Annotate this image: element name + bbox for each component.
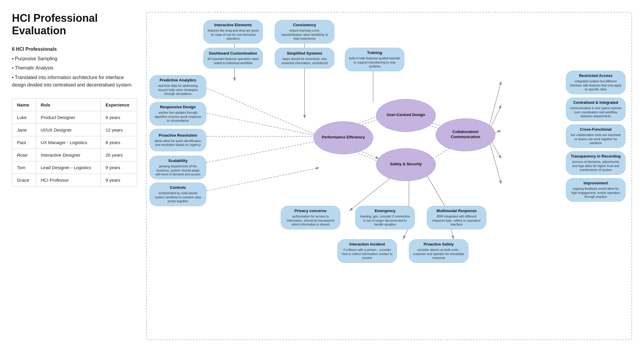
table-cell: Paul [12, 136, 36, 149]
table-cell: UX Manager - Logistics [36, 136, 101, 149]
node-restricted-access: Restricted Access integrated system but … [566, 71, 626, 94]
consistency-desc: reduce learning curve, standardisation a… [279, 29, 330, 41]
desc-item2: • Thematic Analysis [12, 64, 137, 72]
node-multimodal-response: Multimodal Response ADR integrated with … [427, 206, 486, 229]
svg-line-26 [427, 175, 448, 211]
dashboard-desc: all important features operators need su… [207, 57, 259, 65]
table-cell: 20 years [101, 149, 137, 161]
table-cell: 9 years [101, 111, 137, 124]
privacy-title: Privacy concerns [294, 209, 327, 214]
ucd-title: User-Centred Design [387, 112, 425, 118]
transparency-title: Transparency in Recording [571, 154, 621, 159]
interactive-elements-title: Interactive Elements [214, 23, 252, 28]
improvement-desc: ongoing feedback would allow for high en… [570, 187, 622, 199]
dashboard-title: Dashboard Customisation [209, 51, 257, 56]
emergency-desc: tracking, gps, consider if connection is… [359, 215, 411, 227]
privacy-desc: authorisation for access to information,… [285, 215, 336, 227]
svg-line-24 [349, 175, 394, 211]
cross-title: Cross-Functional [580, 127, 612, 132]
page-title: HCI Professional Evaluation [12, 12, 137, 37]
controls-desc: orchestrated by node-based system workfl… [153, 191, 202, 203]
proactive-resolution-title: Proactive Resolution [159, 133, 197, 138]
proactive-safety-desc: consider alarms on both ends - customer … [413, 248, 465, 260]
multimodal-desc: ADR integrated with different response t… [431, 215, 482, 227]
svg-line-7 [203, 87, 319, 136]
improvement-title: Improvement [584, 181, 608, 186]
restricted-desc: integrated system but different interfac… [570, 79, 622, 92]
scalability-desc: growing departments of the business, sys… [153, 164, 202, 177]
svg-line-23 [489, 141, 501, 184]
transparency-desc: process of decisions, adjustments and lo… [570, 160, 622, 172]
node-emergency: Emergency tracking, gps, consider if con… [355, 206, 415, 229]
col-experience: Experience [101, 98, 137, 111]
training-desc: built-in help features/ guided tutorials… [349, 56, 401, 69]
centralised-title: Centralised & Integrated [573, 100, 618, 105]
interaction-title: Interaction Incident [349, 242, 385, 247]
node-performance-efficiency: Performance Efficiency [314, 121, 373, 154]
table-row: JaneUI/UX Designer12 years [12, 124, 137, 136]
svg-line-19 [489, 81, 501, 126]
table-row: PaulUX Manager - Logistics8 years [12, 136, 137, 149]
centralised-desc: communication in one space improve over … [570, 106, 622, 118]
table-row: RoseInteractive Designer20 years [12, 149, 137, 161]
node-proactive-safety: Proactive Safety consider alarms on both… [409, 239, 468, 263]
responsive-desc: quicker live updates through algorithm e… [153, 111, 202, 123]
table-cell: Grace [12, 174, 36, 186]
diagram-panel: Interactive Elements features like drag-… [146, 12, 632, 340]
interaction-desc: if collision with a person - consider ho… [341, 248, 393, 260]
col-role: Role [36, 98, 101, 111]
table-cell: Lead Designer - Logistics [36, 161, 101, 174]
node-training: Training built-in help features/ guided … [345, 48, 404, 71]
simplified-desc: steps should be minimised, only essentia… [279, 57, 330, 65]
svg-line-10 [203, 141, 319, 163]
consistency-title: Consistency [293, 23, 316, 28]
node-consistency: Consistency reduce learning curve, stand… [275, 20, 334, 44]
table-row: TomLead Designer - Logistics9 years [12, 161, 137, 174]
responsive-title: Responsive Design [160, 105, 196, 110]
node-privacy-concerns: Privacy concerns authorisation for acces… [281, 206, 340, 229]
table-row: GraceHCI Professor9 years [12, 174, 137, 186]
node-simplified-systems: Simplified Systems steps should be minim… [275, 48, 334, 69]
node-cross-functional: Cross-Functional live collaboration tool… [566, 124, 626, 148]
node-proactive-resolution: Proactive Resolution alerts allow for qu… [150, 129, 206, 151]
proactive-safety-title: Proactive Safety [423, 242, 454, 247]
table-cell: 8 years [101, 136, 137, 149]
table-cell: Rose [12, 149, 36, 161]
svg-line-8 [203, 112, 319, 136]
node-controls: Controls orchestrated by node-based syst… [150, 183, 206, 206]
node-interactive-elements: Interactive Elements features like drag-… [203, 20, 263, 44]
scalability-title: Scalability [168, 158, 187, 163]
table-row: LukeProduct Designer9 years [12, 111, 137, 124]
participants-table: Name Role Experience LukeProduct Designe… [12, 98, 137, 186]
node-interaction-incident: Interaction Incident if collision with a… [337, 239, 397, 263]
restricted-title: Restricted Access [579, 73, 612, 78]
node-safety-security: Safety & Security [376, 148, 436, 181]
page: HCI Professional Evaluation 6 HCI Profes… [0, 0, 644, 352]
safety-title: Safety & Security [390, 162, 422, 167]
desc-item3: • Translated into information architectu… [12, 74, 137, 89]
col-name: Name [12, 98, 36, 111]
interactive-elements-desc: features like drag-and-drop are good for… [207, 29, 259, 41]
node-centralised-integrated: Centralised & Integrated communication i… [566, 98, 626, 121]
node-scalability: Scalability growing departments of the b… [150, 156, 206, 179]
node-responsive-design: Responsive Design quicker live updates t… [150, 102, 206, 126]
table-cell: Luke [12, 111, 36, 124]
cross-desc: live collaboration tools are important s… [570, 133, 622, 145]
simplified-title: Simplified Systems [287, 51, 322, 56]
left-panel: HCI Professional Evaluation 6 HCI Profes… [12, 12, 137, 340]
table-cell: HCI Professor [36, 174, 101, 186]
controls-title: Controls [170, 185, 186, 190]
table-cell: 12 years [101, 124, 137, 136]
node-dashboard-customisation: Dashboard Customisation all important fe… [203, 48, 263, 69]
description: 6 HCI Professionals • Purposive Sampling… [12, 45, 137, 89]
training-title: Training [367, 50, 382, 55]
table-cell: Interactive Designer [36, 149, 101, 161]
table-cell: 9 years [101, 174, 137, 186]
table-cell: 9 years [101, 161, 137, 174]
predictive-title: Predictive Analytics [159, 78, 196, 83]
svg-line-11 [203, 168, 319, 192]
performance-title: Performance Efficiency [322, 135, 365, 140]
desc-line1: 6 HCI Professionals [12, 45, 137, 53]
node-predictive-analytics: Predictive Analytics real-time data for … [150, 75, 206, 99]
table-cell: Tom [12, 161, 36, 174]
